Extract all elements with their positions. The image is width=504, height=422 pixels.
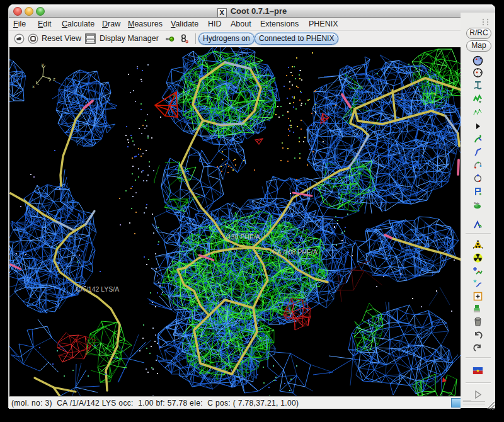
svg-text:x: x <box>32 84 35 89</box>
svg-text:/130 PHE/A: /130 PHE/A <box>226 233 260 241</box>
svg-text:y: y <box>42 62 44 67</box>
svg-text:CA /108 PHE/A: CA /108 PHE/A <box>272 248 318 256</box>
svg-text:z: z <box>53 76 55 82</box>
svg-text:Side: Side <box>474 202 479 205</box>
svg-text:CA /142 LYS/A: CA /142 LYS/A <box>76 285 119 293</box>
